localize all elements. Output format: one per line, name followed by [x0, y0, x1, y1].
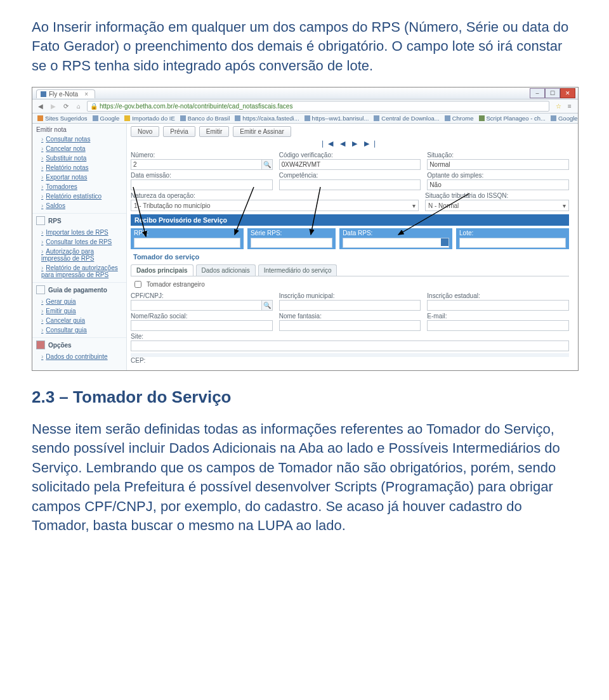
url-input[interactable]: 🔒 https://e-gov.betha.com.br/e-nota/cont… [87, 101, 549, 112]
serie-rps-input[interactable] [251, 238, 332, 248]
site-input[interactable] [131, 340, 569, 351]
sidebar-item[interactable]: ›Consultar notas [32, 134, 126, 144]
sidebar: Emitir nota ›Consultar notas ›Cancelar n… [32, 124, 127, 370]
bookmarks-bar: Sites Sugeridos Google Importado do IE B… [32, 113, 578, 124]
label: Situação: [427, 152, 569, 159]
novo-button[interactable]: Novo [131, 126, 159, 137]
bookmark-item[interactable]: Central de Downloa... [374, 115, 439, 122]
bookmark-item[interactable]: Banco do Brasil [180, 115, 230, 122]
label: Tomador estrangeiro [147, 281, 205, 288]
inscricao-municipal-input[interactable] [279, 300, 421, 311]
inscricao-estadual-input[interactable] [427, 300, 569, 311]
sidebar-item[interactable]: ›Emitir guia [32, 306, 126, 316]
data-emissao-input[interactable] [131, 179, 273, 190]
guia-icon [36, 285, 45, 294]
label: Optante do simples: [427, 172, 569, 179]
sit-trib-select[interactable]: N - Normal▾ [425, 200, 569, 211]
sidebar-item[interactable]: ›Gerar guia [32, 297, 126, 306]
rps-label: RPS: [134, 230, 240, 237]
sidebar-group-opcoes: Opções [32, 337, 126, 352]
label: CEP: [131, 357, 207, 364]
menu-icon[interactable]: ≡ [565, 102, 574, 111]
sidebar-item[interactable]: ›Relatório estatístico [32, 191, 126, 201]
competencia-input[interactable] [279, 179, 421, 190]
tomador-estrangeiro-checkbox[interactable] [134, 281, 141, 288]
reload-icon[interactable]: ⟳ [62, 102, 70, 111]
label: Situação tributária do ISSQN: [425, 192, 569, 199]
nome-input[interactable] [131, 320, 273, 331]
back-icon[interactable]: ◀ [36, 102, 45, 111]
codigo-input[interactable]: 0XW4ZRVMT [279, 159, 421, 170]
sidebar-item[interactable]: ›Dados do contribuinte [32, 352, 126, 361]
paragraph-1: Ao Inserir informação em qualquer um dos… [32, 18, 577, 75]
bookmark-item[interactable]: Google [93, 115, 120, 122]
lote-input[interactable] [459, 238, 566, 248]
lock-icon: 🔒 [90, 103, 98, 110]
sidebar-item[interactable]: ›Consultar guia [32, 325, 126, 335]
window-maximize-icon[interactable]: ☐ [545, 88, 560, 98]
sidebar-item[interactable]: ›Relatório de autorizações para impressã… [32, 263, 126, 280]
bookmark-item[interactable]: https--ww1.banrisul... [304, 115, 369, 122]
tab-favicon-icon [41, 91, 46, 97]
main-form-area: Novo Prévia Emitir Emitir e Assinar ❘◀ ◀… [127, 124, 578, 370]
optante-input: Não [427, 179, 569, 190]
calendar-icon[interactable] [441, 238, 449, 246]
rps-icon [36, 216, 45, 225]
fantasia-input[interactable] [279, 320, 421, 331]
label: Inscrição estadual: [427, 292, 569, 299]
tab-dados-principais[interactable]: Dados principais [131, 264, 193, 276]
sidebar-item[interactable]: Emitir nota [32, 125, 126, 134]
sidebar-item[interactable]: ›Relatório notas [32, 163, 126, 172]
sidebar-item[interactable]: ›Substituir nota [32, 153, 126, 163]
sidebar-item[interactable]: ›Saldos [32, 201, 126, 211]
search-icon[interactable]: 🔍 [262, 300, 273, 311]
data-rps-label: Data RPS: [343, 230, 449, 237]
cpf-cnpj-input[interactable] [131, 300, 262, 311]
emitir-button[interactable]: Emitir [199, 126, 230, 137]
lote-label: Lote: [459, 230, 566, 237]
bookmark-item[interactable]: Chrome [445, 115, 474, 122]
browser-window: Fly e-Nota × – ☐ ✕ ◀ ▶ ⟳ ⌂ 🔒 https://e-g… [32, 87, 579, 371]
natureza-select[interactable]: 1 - Tributação no município▾ [131, 200, 419, 211]
bookmark-item[interactable]: https://caixa.fastedi... [235, 115, 299, 122]
bookmark-item[interactable]: Google [551, 115, 578, 122]
label: Natureza da operação: [131, 192, 419, 199]
bookmark-item[interactable]: Sites Sugeridos [37, 115, 88, 122]
tab-intermediario[interactable]: Intermediário do serviço [258, 264, 337, 276]
search-icon[interactable]: 🔍 [262, 159, 273, 170]
section-header-tomador: Tomador do serviço [131, 249, 569, 264]
sidebar-group-rps: RPS [32, 213, 126, 228]
close-tab-icon[interactable]: × [84, 91, 88, 98]
sidebar-item[interactable]: ›Cancelar guia [32, 316, 126, 325]
tab-dados-adicionais[interactable]: Dados adicionais [196, 264, 256, 276]
sidebar-item[interactable]: ›Importar lotes de RPS [32, 228, 126, 237]
window-minimize-icon[interactable]: – [530, 88, 545, 98]
sidebar-item[interactable]: ›Exportar notas [32, 172, 126, 182]
bookmark-item[interactable]: Script Planageo - ch... [479, 115, 546, 122]
rps-input[interactable] [134, 238, 240, 248]
window-close-icon[interactable]: ✕ [560, 88, 575, 98]
label: Nome fantasia: [279, 313, 421, 320]
previa-button[interactable]: Prévia [163, 126, 195, 137]
email-input[interactable] [427, 320, 569, 331]
sidebar-item[interactable]: ›Tomadores [32, 182, 126, 191]
label: E-mail: [427, 313, 569, 320]
situacao-input: Normal [427, 159, 569, 170]
browser-tab[interactable]: Fly e-Nota × [36, 89, 95, 98]
bookmark-star-icon[interactable]: ☆ [556, 103, 561, 110]
home-icon[interactable]: ⌂ [74, 102, 83, 111]
data-rps-input[interactable] [343, 238, 449, 248]
sidebar-item[interactable]: ›Autorização para impressão de RPS [32, 247, 126, 263]
numero-input[interactable]: 2 [131, 159, 262, 170]
record-pager[interactable]: ❘◀ ◀ ▶ ▶❘ [131, 139, 569, 148]
tab-title: Fly e-Nota [49, 91, 78, 98]
screenshot-container: Fly e-Nota × – ☐ ✕ ◀ ▶ ⟳ ⌂ 🔒 https://e-g… [32, 87, 577, 371]
bookmark-item[interactable]: Importado do IE [124, 115, 175, 122]
section-heading: 2.3 – Tomador do Serviço [32, 387, 577, 407]
emitir-assinar-button[interactable]: Emitir e Assinar [233, 126, 291, 137]
serie-rps-label: Série RPS: [251, 230, 332, 237]
forward-icon[interactable]: ▶ [49, 102, 58, 111]
sidebar-item[interactable]: ›Cancelar nota [32, 144, 126, 153]
sidebar-item[interactable]: ›Consultar lotes de RPS [32, 237, 126, 247]
label: Site: [131, 333, 569, 340]
